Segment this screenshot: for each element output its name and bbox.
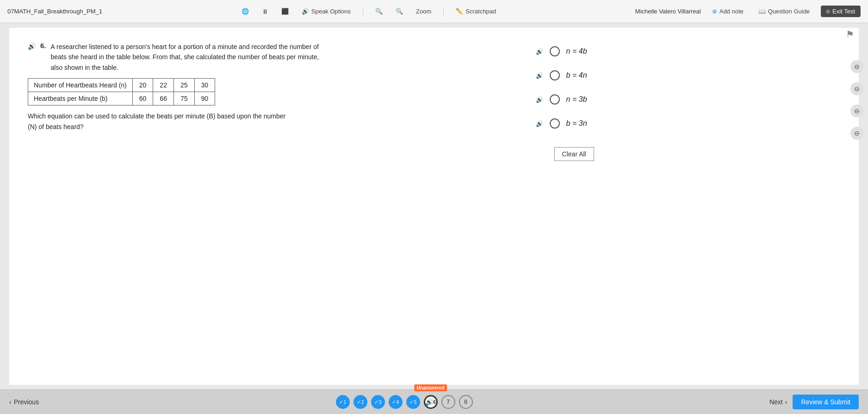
option-d-radio[interactable]: [550, 118, 560, 129]
zoom-button[interactable]: Zoom: [413, 6, 434, 17]
option-c-speak-icon[interactable]: 🔊: [536, 96, 543, 103]
question-row: 🔊 6. A researcher listened to a person's…: [28, 42, 840, 161]
unanswered-tooltip: Unanswered: [414, 384, 447, 391]
side-icons: ⊖ ⊖ ⊖ ⊖: [850, 60, 863, 140]
next-button[interactable]: Next ›: [769, 398, 787, 406]
stop-button[interactable]: ⬛: [279, 6, 291, 17]
q-dot-6[interactable]: Unanswered 🔊 6: [424, 395, 438, 409]
app-title: 07MATH_Fall_Breakthrough_PM_1: [7, 8, 102, 15]
side-icon-1[interactable]: ⊖: [850, 60, 863, 73]
option-c-radio[interactable]: [550, 94, 560, 105]
globe-icon: 🌐: [242, 8, 249, 15]
q-dot-2-label: 2: [361, 400, 364, 405]
toolbar-controls: 🌐 ⏸ ⬛ 🔊 Speak Options 🔍 🔍 Zoom: [239, 6, 499, 17]
q-dot-7[interactable]: 7: [441, 395, 455, 409]
add-note-button[interactable]: ⊕ Add note: [708, 6, 747, 17]
side-icon-4[interactable]: ⊖: [850, 127, 863, 140]
q-dot-8-label: 8: [464, 399, 467, 405]
flag-icon[interactable]: ⚑: [846, 29, 854, 40]
next-label: Next: [769, 398, 783, 406]
row1-val1: 20: [132, 79, 153, 92]
q-dot-4-label: 4: [397, 400, 399, 405]
content-wrapper: ⚑ ⊖ ⊖ ⊖ ⊖ 🔊 6. A researcher listened to …: [9, 28, 859, 385]
row1-val3: 25: [174, 79, 194, 92]
table-row-1: Number of Heartbeats Heard (n) 20 22 25 …: [28, 79, 215, 92]
q-dot-6-label: 6: [433, 400, 436, 405]
side-icon-2[interactable]: ⊖: [850, 82, 863, 95]
row2-val2: 66: [153, 92, 174, 105]
question-dots: 1 2 3 4 5 Unanswered 🔊 6: [336, 395, 473, 409]
previous-label: Previous: [14, 398, 39, 406]
question-guide-button[interactable]: 📖 Question Guide: [755, 6, 813, 17]
option-b-formula: b = 4n: [566, 71, 587, 80]
zoom-out-button[interactable]: 🔍: [372, 6, 385, 17]
plus-icon: ⊕: [712, 8, 717, 15]
pause-icon: ⏸: [262, 8, 268, 15]
question-text: A researcher listened to a person's hear…: [51, 42, 329, 73]
speaker-icon: 🔊: [302, 8, 309, 15]
top-bar-right: Michelle Valero Villarreal ⊕ Add note 📖 …: [635, 6, 861, 17]
row1-val4: 30: [194, 79, 215, 92]
zoom-in-icon: 🔍: [396, 8, 403, 15]
question-area: 🔊 6. A researcher listened to a person's…: [28, 42, 840, 161]
clear-all-button[interactable]: Clear All: [554, 147, 594, 161]
option-c-formula: n = 3b: [566, 95, 587, 104]
option-b-speak-icon[interactable]: 🔊: [536, 72, 543, 79]
q-dot-8[interactable]: 8: [459, 395, 473, 409]
top-bar: 07MATH_Fall_Breakthrough_PM_1 🌐 ⏸ ⬛ 🔊 Sp…: [0, 0, 868, 23]
answer-options-section: 🔊 n = 4b 🔊 b = 4n: [508, 42, 840, 161]
exit-test-button[interactable]: ⎋ Exit Test: [821, 6, 861, 17]
previous-button[interactable]: ‹ Previous: [9, 398, 39, 406]
option-a-formula: n = 4b: [566, 47, 587, 56]
q-dot-5[interactable]: 5: [406, 395, 420, 409]
scratchpad-icon: ✏️: [456, 8, 463, 15]
option-b-radio[interactable]: [550, 70, 560, 80]
review-submit-button[interactable]: Review & Submit: [793, 395, 859, 409]
bottom-right: Next › Review & Submit: [769, 395, 859, 409]
question-speak-icon[interactable]: 🔊: [28, 43, 36, 50]
option-a: 🔊 n = 4b: [536, 46, 840, 56]
separator2: [443, 7, 444, 16]
option-a-radio[interactable]: [550, 46, 560, 56]
row2-val3: 75: [174, 92, 194, 105]
add-note-label: Add note: [719, 8, 744, 15]
option-d-speak-icon[interactable]: 🔊: [536, 120, 543, 127]
question-guide-label: Question Guide: [768, 8, 810, 15]
row1-val2: 22: [153, 79, 174, 92]
option-d: 🔊 b = 3n: [536, 118, 840, 129]
side-icon-3[interactable]: ⊖: [850, 105, 863, 117]
row2-label: Heartbeats per Minute (b): [28, 92, 133, 105]
data-table: Number of Heartbeats Heard (n) 20 22 25 …: [28, 78, 215, 105]
scratchpad-button[interactable]: ✏️ Scratchpad: [453, 6, 499, 17]
globe-button[interactable]: 🌐: [239, 6, 252, 17]
q-dot-7-label: 7: [446, 399, 450, 405]
q-dot-3[interactable]: 3: [371, 395, 385, 409]
exit-test-label: Exit Test: [832, 8, 855, 15]
table-row-2: Heartbeats per Minute (b) 60 66 75 90: [28, 92, 215, 105]
separator: [363, 7, 363, 16]
q-dot-5-label: 5: [414, 400, 417, 405]
q-dot-4[interactable]: 4: [389, 395, 403, 409]
q-dot-3-label: 3: [379, 400, 382, 405]
book-icon: 📖: [758, 8, 766, 15]
row1-label: Number of Heartbeats Heard (n): [28, 79, 133, 92]
q-dot-1[interactable]: 1: [336, 395, 350, 409]
answer-options: 🔊 n = 4b 🔊 b = 4n: [536, 46, 840, 129]
pause-button[interactable]: ⏸: [259, 6, 271, 17]
speak-options-label: Speak Options: [311, 8, 351, 15]
speak-options-button[interactable]: 🔊 Speak Options: [299, 6, 353, 17]
user-name: Michelle Valero Villarreal: [635, 8, 701, 15]
which-equation-text: Which equation can be used to calculate …: [28, 111, 296, 132]
option-a-speak-icon[interactable]: 🔊: [536, 48, 543, 55]
option-c: 🔊 n = 3b: [536, 94, 840, 105]
q-dot-2[interactable]: 2: [353, 395, 367, 409]
exit-icon: ⎋: [826, 8, 830, 15]
zoom-in-button[interactable]: 🔍: [393, 6, 406, 17]
review-submit-label: Review & Submit: [801, 398, 850, 406]
zoom-out-icon: 🔍: [375, 8, 383, 15]
zoom-label: Zoom: [416, 8, 431, 15]
q-dot-6-icon: 🔊: [425, 398, 433, 406]
q-dot-1-label: 1: [344, 400, 347, 405]
chevron-right-icon: ›: [785, 398, 787, 406]
question-number: 6.: [40, 42, 46, 49]
